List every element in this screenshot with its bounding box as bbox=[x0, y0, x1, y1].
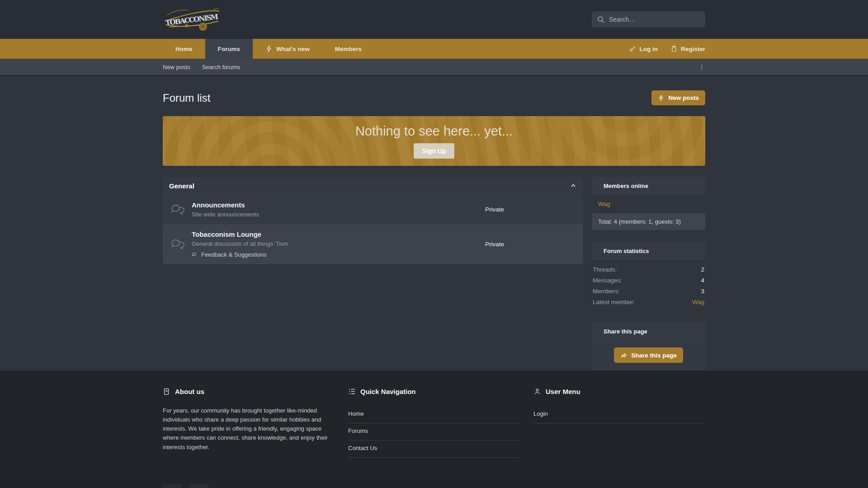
register-label: Register bbox=[681, 46, 705, 52]
bottom-badges bbox=[163, 484, 209, 488]
stat-label: Members: bbox=[593, 288, 620, 295]
members-online-total: Total: 4 (members: 1, guests: 3) bbox=[592, 213, 705, 230]
subforum-link[interactable]: Feedback & Suggestions bbox=[192, 251, 406, 258]
subnav-new-posts[interactable]: New posts bbox=[163, 64, 190, 70]
logo-wordmark: TOBACCONISM bbox=[165, 12, 219, 27]
person-icon bbox=[533, 388, 541, 395]
site-logo[interactable]: TOBACCONISM bbox=[163, 5, 222, 34]
search-input[interactable] bbox=[609, 16, 700, 23]
latest-member-link[interactable]: Wag bbox=[692, 299, 704, 305]
main-content: Forum list New posts Nothing to see here… bbox=[163, 76, 705, 371]
share-this-page-button[interactable]: Share this page bbox=[614, 347, 683, 363]
share-block: Share this page Share this page bbox=[592, 322, 705, 370]
login-button[interactable]: Log in bbox=[629, 45, 658, 52]
footer-link-home[interactable]: Home bbox=[348, 406, 520, 423]
page-title: Forum list bbox=[163, 92, 210, 104]
tab-forums-label: Forums bbox=[218, 46, 241, 52]
list-icon bbox=[348, 388, 356, 395]
members-online-block: Members online Wag Total: 4 (members: 1,… bbox=[592, 177, 705, 230]
forum-title[interactable]: Tobacconism Lounge bbox=[192, 230, 406, 238]
subnav-overflow-menu[interactable] bbox=[698, 64, 705, 70]
search-bar[interactable] bbox=[592, 11, 705, 28]
footer-link-login[interactable]: Login bbox=[533, 406, 705, 423]
site-header: TOBACCONISM bbox=[0, 0, 868, 39]
secondary-nav: New posts Search forums bbox=[0, 59, 868, 76]
forum-list: General Announcements Site wide announce… bbox=[163, 177, 583, 264]
forum-node-icon bbox=[170, 237, 184, 252]
forum-row-tobacconism-lounge[interactable]: Tobacconism Lounge General discussion of… bbox=[163, 224, 583, 264]
tobacconism-logo-image: TOBACCONISM bbox=[163, 5, 222, 33]
stat-label: Threads: bbox=[593, 266, 617, 273]
category-header-general: General bbox=[163, 177, 583, 195]
lightning-icon bbox=[658, 94, 665, 101]
footer-badge-button[interactable] bbox=[163, 484, 183, 488]
search-icon bbox=[597, 15, 605, 23]
stat-label: Latest member: bbox=[593, 299, 635, 305]
site-footer: About us For years, our community has br… bbox=[0, 371, 868, 488]
collapse-category-button[interactable] bbox=[570, 182, 577, 189]
login-label: Log in bbox=[639, 46, 658, 52]
footer-link-forums[interactable]: Forums bbox=[348, 423, 520, 441]
key-icon bbox=[629, 45, 636, 52]
sidebar: Members online Wag Total: 4 (members: 1,… bbox=[592, 177, 705, 371]
forum-description: General discussion of all things 'Tism bbox=[192, 240, 406, 247]
stat-threads: Threads: 2 bbox=[593, 266, 704, 273]
stat-latest-member: Latest member: Wag bbox=[593, 299, 704, 305]
footer-about-column: About us For years, our community has br… bbox=[163, 388, 335, 458]
forum-node-icon bbox=[170, 202, 184, 217]
tab-members-label: Members bbox=[335, 46, 362, 52]
tab-home-label: Home bbox=[175, 46, 193, 52]
subnav-search-forums[interactable]: Search forums bbox=[202, 64, 241, 70]
tab-whats-new-label: What's new bbox=[276, 46, 310, 52]
footer-link-contact-us[interactable]: Contact Us bbox=[348, 441, 520, 458]
forum-statistics-block: Forum statistics Threads: 2 Messages: 4 … bbox=[592, 242, 705, 310]
tab-whats-new[interactable]: What's new bbox=[253, 39, 322, 59]
banner-message: Nothing to see here... yet... bbox=[355, 124, 513, 139]
quick-navigation-title: Quick Navigation bbox=[360, 388, 416, 395]
forum-title[interactable]: Announcements bbox=[192, 201, 406, 209]
forum-status-badge: Private bbox=[413, 241, 576, 248]
forum-status-badge: Private bbox=[413, 206, 576, 213]
stat-members: Members: 3 bbox=[593, 288, 704, 295]
register-button[interactable]: Register bbox=[670, 45, 705, 52]
kebab-menu-icon bbox=[698, 64, 705, 70]
stat-messages: Messages: 4 bbox=[593, 277, 704, 284]
new-posts-button[interactable]: New posts bbox=[651, 90, 705, 105]
share-block-header: Share this page bbox=[592, 322, 705, 340]
forum-row-announcements[interactable]: Announcements Site wide announcements Pr… bbox=[163, 195, 583, 224]
tab-forums[interactable]: Forums bbox=[205, 39, 253, 59]
stat-value: 2 bbox=[701, 266, 704, 273]
signup-banner: Nothing to see here... yet... Sign Up bbox=[163, 116, 705, 166]
share-button-label: Share this page bbox=[631, 352, 677, 359]
forum-description: Site wide announcements bbox=[192, 211, 406, 218]
tab-members[interactable]: Members bbox=[322, 39, 374, 59]
chat-bubble-icon bbox=[192, 252, 198, 258]
subforum-label: Feedback & Suggestions bbox=[201, 251, 267, 258]
chevron-up-icon bbox=[570, 182, 577, 189]
stat-label: Messages: bbox=[593, 277, 622, 284]
footer-quick-nav-column: Quick Navigation Home Forums Contact Us bbox=[348, 388, 520, 458]
primary-nav: Home Forums What's new Members Log in bbox=[0, 39, 868, 59]
online-member-link[interactable]: Wag bbox=[592, 195, 705, 213]
user-menu-title: User Menu bbox=[546, 388, 580, 395]
category-title: General bbox=[169, 182, 194, 190]
about-us-text: For years, our community has brought tog… bbox=[163, 406, 335, 452]
stat-value: 3 bbox=[701, 288, 704, 295]
footer-user-menu-column: User Menu Login bbox=[533, 388, 705, 458]
new-posts-button-label: New posts bbox=[668, 94, 699, 101]
members-online-header: Members online bbox=[592, 177, 705, 195]
stat-value: 4 bbox=[701, 277, 704, 284]
share-icon bbox=[620, 352, 627, 359]
footer-badge-button[interactable] bbox=[189, 484, 209, 488]
tab-home[interactable]: Home bbox=[163, 39, 205, 59]
register-icon bbox=[670, 45, 678, 52]
lightning-icon bbox=[265, 45, 273, 52]
sign-up-button[interactable]: Sign Up bbox=[414, 143, 455, 159]
about-us-title: About us bbox=[175, 388, 204, 395]
document-icon bbox=[163, 388, 170, 395]
forum-statistics-header: Forum statistics bbox=[592, 242, 705, 260]
